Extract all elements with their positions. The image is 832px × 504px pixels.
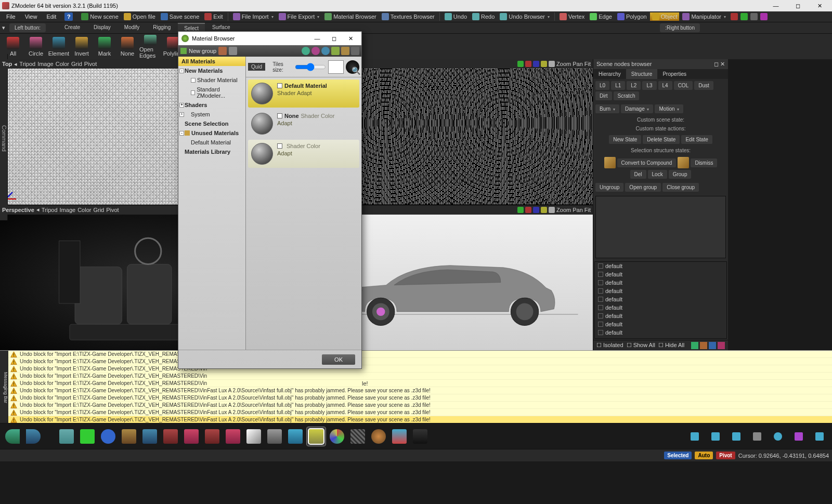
mark-button[interactable]: Mark (94, 35, 115, 59)
tool-icon[interactable] (203, 427, 222, 446)
tiles-size-slider[interactable] (295, 63, 326, 71)
object-button[interactable]: Object (650, 12, 680, 21)
circle-button[interactable]: Circle (25, 35, 47, 59)
status-selected[interactable]: Selected (664, 452, 692, 459)
vp-opt[interactable]: Pivot (84, 61, 97, 67)
tool-icon[interactable] (120, 427, 138, 446)
tool-icon[interactable] (390, 427, 409, 446)
node-item[interactable]: default (595, 337, 726, 339)
material-list[interactable]: Default MaterialShader AdaptNoneShader C… (246, 77, 361, 350)
vp-fit[interactable]: Fit (584, 61, 591, 67)
filter-icon[interactable] (700, 342, 707, 349)
tool-icon[interactable] (302, 47, 310, 55)
file-import-button[interactable]: File Import▾ (231, 12, 276, 21)
vp-zoom[interactable]: Zoom (556, 61, 571, 67)
log-line[interactable]: !Undo block for "Import E:\TIZX-Game Dev… (8, 351, 832, 358)
tool-icon[interactable] (218, 47, 227, 55)
lock-button[interactable]: Lock (648, 170, 667, 179)
open-edges-button[interactable]: Open Edges (139, 35, 161, 59)
del-button[interactable]: Del (630, 170, 646, 179)
lod-l4[interactable]: L4 (658, 81, 672, 90)
tool-icon[interactable] (760, 13, 768, 20)
vp-opt[interactable]: Color (56, 61, 69, 67)
node-item[interactable]: default (595, 303, 726, 312)
tool-icon[interactable] (369, 427, 388, 446)
material-item[interactable]: Default MaterialShader Adapt (248, 79, 359, 108)
tool-icon[interactable] (331, 47, 340, 55)
vp-pan[interactable]: Pan (573, 207, 583, 213)
vp-prev-icon[interactable]: ◂ (14, 61, 17, 68)
tool-icon[interactable] (182, 427, 201, 446)
hideall-button[interactable]: ☐ Hide All (658, 342, 684, 349)
filter-icon[interactable] (691, 342, 698, 349)
open-group-button[interactable]: Open group (625, 183, 661, 192)
vp-opt[interactable]: Pivot (106, 207, 119, 213)
damage-dropdown[interactable]: Damage ▾ (621, 104, 654, 113)
menu-view[interactable]: View (21, 12, 42, 21)
node-item[interactable]: default (595, 295, 726, 303)
tool-icon[interactable] (411, 427, 430, 446)
node-item[interactable]: default (595, 328, 726, 337)
tool-icon[interactable] (286, 427, 305, 446)
vertex-button[interactable]: Vertex (557, 12, 587, 21)
material-item[interactable]: Shader ColorAdapt (248, 140, 359, 168)
tree-item[interactable]: All Materials (178, 57, 245, 66)
group-button[interactable]: Group (669, 170, 692, 179)
messaging-bar[interactable]: Messaging Bar !Undo block for "Import E:… (0, 350, 832, 423)
menu-edit[interactable]: Edit (42, 12, 60, 21)
log-line[interactable]: !Undo block for "Import E:\TIZX-Game Dev… (8, 402, 832, 409)
tree-item[interactable]: -New Materials (178, 66, 245, 75)
exit-button[interactable]: Exit (202, 12, 225, 21)
tree-item[interactable]: Standard ZModeler... (178, 85, 245, 100)
lod-dust[interactable]: Dust (694, 81, 713, 90)
preview-icon[interactable] (328, 60, 344, 74)
tool-icon[interactable] (140, 427, 159, 446)
collapse-icon[interactable]: ▾ (0, 24, 7, 31)
node-item[interactable]: default (595, 320, 726, 328)
node-item[interactable]: default (595, 312, 726, 320)
tab-modify[interactable]: Modify (118, 23, 146, 33)
none-button[interactable]: None (116, 35, 138, 59)
snap-icon[interactable] (789, 427, 808, 446)
tree-item[interactable]: Default Material (178, 138, 245, 147)
dialog-close[interactable]: ✕ (343, 33, 358, 44)
structure-list[interactable] (595, 196, 726, 258)
undo-browser-button[interactable]: Undo Browser▾ (498, 12, 552, 21)
redo-button[interactable]: Redo (470, 12, 497, 21)
edit-state-button[interactable]: Edit State (681, 135, 712, 144)
move-icon[interactable] (78, 427, 97, 446)
status-auto[interactable]: Auto (695, 452, 713, 459)
panel-tab-properties[interactable]: Properties (657, 69, 692, 79)
tree-item[interactable]: +System (178, 110, 245, 119)
invert-button[interactable]: Invert (71, 35, 93, 59)
filter-icon[interactable] (718, 342, 725, 349)
material-item[interactable]: NoneShader ColorAdapt (248, 110, 359, 138)
delete-state-button[interactable]: Delete State (643, 135, 680, 144)
tree-item[interactable]: Scene Selection (178, 119, 245, 128)
panel-tab-structure[interactable]: Structure (626, 69, 658, 79)
help-icon[interactable]: ? (64, 12, 73, 21)
log-line[interactable]: !Undo block for "Import E:\TIZX-Game Dev… (8, 394, 832, 402)
vp-zoom[interactable]: Zoom (556, 207, 571, 213)
snap-icon[interactable] (748, 427, 766, 446)
log-line[interactable]: !Undo block for "Import E:\TIZX-Game Dev… (8, 409, 832, 416)
snap-icon[interactable] (685, 427, 704, 446)
right-button-label[interactable]: :Right button (660, 23, 700, 32)
log-line[interactable]: !Undo block for "Import E:\TIZX-Game Dev… (8, 380, 832, 387)
node-item[interactable]: default (595, 262, 726, 270)
log-line[interactable]: !Undo block for "Import E:\TIZX-Game Dev… (8, 387, 832, 394)
log-line[interactable]: !Undo block for "Import E:\TIZX-Game Dev… (8, 358, 832, 365)
messaging-bar-label[interactable]: Messaging Bar (0, 351, 8, 423)
tree-item[interactable]: Materials Library (178, 147, 245, 156)
tool-icon[interactable] (161, 427, 180, 446)
element-button[interactable]: Element (48, 35, 70, 59)
node-item[interactable]: default (595, 278, 726, 287)
undo-icon[interactable] (3, 427, 22, 446)
burn-dropdown[interactable]: Burn ▾ (595, 104, 619, 113)
tab-display[interactable]: Display (87, 23, 117, 33)
textures-browser-button[interactable]: Textures Browser (380, 12, 437, 21)
lod-l3[interactable]: L3 (642, 81, 656, 90)
motion-dropdown[interactable]: Motion ▾ (655, 104, 683, 113)
tab-rigging[interactable]: Rigging (147, 23, 177, 33)
log-line[interactable]: !Undo block for "Import E:\TIZX-Game Dev… (8, 365, 832, 373)
